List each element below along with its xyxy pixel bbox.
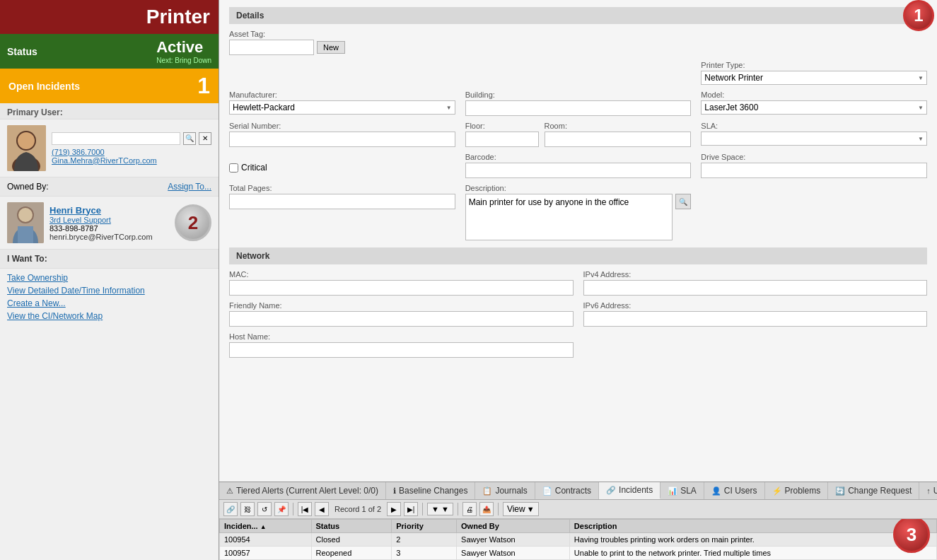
incidents-table: Inciden... ▲ Status Priority Owned By De… <box>219 519 937 560</box>
owner-avatar <box>7 202 44 243</box>
action-view-datetime[interactable]: View Detailed Date/Time Information <box>7 286 211 296</box>
link-btn[interactable]: 🔗 <box>223 502 238 516</box>
new-button[interactable]: New <box>317 41 345 54</box>
ipv6-field: IPv6 Address: 0:0:0:0:0:ffff:a0a:20a <box>583 301 928 327</box>
model-label: Model: <box>701 91 927 99</box>
svg-point-3 <box>18 132 35 149</box>
tab-upstream-cis[interactable]: ↑Upstream CIs <box>919 482 937 499</box>
unlink-btn[interactable]: ⛓ <box>240 502 255 516</box>
tab-change-request[interactable]: 🔄Change Request <box>828 482 919 499</box>
ipv6-input[interactable]: 0:0:0:0:0:ffff:a0a:20a <box>583 311 928 327</box>
cell-description: Unable to print to the network printer. … <box>569 547 936 560</box>
svg-point-6 <box>18 208 33 222</box>
tab-baseline-changes[interactable]: ℹBaseline Changes <box>386 482 475 499</box>
sla-label: SLA: <box>701 122 927 130</box>
table-row[interactable]: 100954 Closed 2 Sawyer Watson Having tro… <box>220 533 937 547</box>
user-name-input[interactable]: Gina Mehra <box>52 132 180 145</box>
last-btn[interactable]: ▶| <box>404 502 418 516</box>
details-header: Details 1 <box>229 7 927 24</box>
user-info: Gina Mehra 🔍 ✕ (719) 386.7000 Gina.Mehra… <box>52 132 211 165</box>
network-form: MAC: 9D:02:04:84:4F:40 IPv4 Address: 10.… <box>229 270 927 358</box>
export-btn[interactable]: 📤 <box>479 502 494 516</box>
tab-journals[interactable]: 📋Journals <box>475 482 535 499</box>
owner-info: Henri Bryce 3rd Level Support 833-898-87… <box>50 205 169 241</box>
total-pages-input[interactable]: 125,000 <box>229 194 455 209</box>
user-clear-btn[interactable]: ✕ <box>199 132 211 145</box>
printer-type-field: Printer Type: Network Printer <box>701 61 927 85</box>
room-input[interactable]: Conference <box>545 132 692 147</box>
owner-section: Henri Bryce 3rd Level Support 833-898-87… <box>0 197 219 250</box>
owner-phone: 833-898-8787 <box>50 224 169 233</box>
col-status[interactable]: Status <box>311 520 392 533</box>
printer-type-select[interactable]: Network Printer <box>701 71 927 85</box>
separator-1 <box>293 503 293 515</box>
owner-level[interactable]: 3rd Level Support <box>50 216 169 224</box>
friendly-name-input[interactable]: main-printer <box>229 311 574 327</box>
ipv4-input[interactable]: 10.10.2.10 <box>583 280 928 296</box>
barcode-input[interactable]: TX4150 <box>465 163 692 178</box>
refresh-btn[interactable]: ↺ <box>257 502 272 516</box>
tab-contracts[interactable]: 📄Contracts <box>535 482 599 499</box>
floor-room-group: Floor: 2 Room: Conference <box>465 122 692 147</box>
ipv4-label: IPv4 Address: <box>583 270 928 279</box>
info-icon: ℹ <box>393 486 396 496</box>
next-btn[interactable]: ▶ <box>387 502 401 516</box>
contract-icon: 📄 <box>542 486 552 496</box>
first-btn[interactable]: |◀ <box>298 502 312 516</box>
prev-btn[interactable]: ◀ <box>315 502 329 516</box>
table-header-row: Inciden... ▲ Status Priority Owned By De… <box>220 520 937 533</box>
col-priority[interactable]: Priority <box>392 520 457 533</box>
journal-icon: 📋 <box>482 486 492 496</box>
col-description[interactable]: Description <box>569 520 936 533</box>
assign-to-link[interactable]: Assign To... <box>168 182 211 192</box>
view-btn[interactable]: View ▼ <box>503 502 539 516</box>
pin-btn[interactable]: 📌 <box>274 502 289 516</box>
svg-rect-7 <box>18 226 33 243</box>
upstream-icon: ↑ <box>926 486 931 495</box>
serial-number-input[interactable]: 193756582526 <box>229 132 455 147</box>
description-field: Description: Main printer for use by any… <box>465 184 692 240</box>
action-take-ownership[interactable]: Take Ownership <box>7 273 211 283</box>
drive-space-field: Drive Space: <box>701 153 927 178</box>
floor-input[interactable]: 2 <box>465 132 539 147</box>
asset-tag-input[interactable]: 4149 <box>229 40 314 55</box>
sla-field: SLA: <box>701 122 927 147</box>
critical-checkbox[interactable] <box>229 163 238 173</box>
owner-name[interactable]: Henri Bryce <box>50 205 169 216</box>
manufacturer-select[interactable]: Hewlett-Packard <box>229 100 455 115</box>
col-incident[interactable]: Inciden... ▲ <box>220 520 312 533</box>
description-expand-btn[interactable]: 🔍 <box>675 194 691 209</box>
serial-number-field: Serial Number: 193756582526 <box>229 122 455 147</box>
model-select[interactable]: LaserJet 3600 <box>701 100 927 115</box>
action-view-cimap[interactable]: View the CI/Network Map <box>7 311 211 321</box>
user-search-btn[interactable]: 🔍 <box>183 132 196 145</box>
description-textarea[interactable]: Main printer for use by anyone in the of… <box>465 194 673 240</box>
printer-type-label: Printer Type: <box>701 61 927 69</box>
status-bar: Status Active Next: Bring Down <box>0 34 219 69</box>
building-input[interactable]: A <box>465 100 692 116</box>
filter-btn[interactable]: ▼ ▼ <box>427 503 453 515</box>
table-row[interactable]: 100957 Reopened 3 Sawyer Watson Unable t… <box>220 547 937 560</box>
barcode-field: Barcode: TX4150 <box>465 153 692 178</box>
user-phone[interactable]: (719) 386.7000 <box>52 148 211 156</box>
tab-problems[interactable]: ⚡Problems <box>765 482 829 499</box>
action-create-new[interactable]: Create a New... <box>7 298 211 308</box>
record-info: Record 1 of 2 <box>334 505 381 513</box>
change-icon: 🔄 <box>835 486 845 496</box>
friendly-name-field: Friendly Name: main-printer <box>229 301 574 327</box>
user-email[interactable]: Gina.Mehra@RiverTCorp.com <box>52 156 211 165</box>
print-btn[interactable]: 🖨 <box>462 502 477 516</box>
tab-sla[interactable]: 📊SLA <box>660 482 704 499</box>
col-owned-by[interactable]: Owned By <box>457 520 570 533</box>
tab-tiered-alerts[interactable]: ⚠Tiered Alerts (Current Alert Level: 0/0… <box>219 482 386 499</box>
building-field: Building: A <box>465 91 692 116</box>
host-name-input[interactable]: main-printer <box>229 342 574 358</box>
incidents-tbody: 100954 Closed 2 Sawyer Watson Having tro… <box>220 533 937 560</box>
sla-select[interactable] <box>701 132 927 146</box>
tab-incidents[interactable]: 🔗Incidents <box>599 482 660 499</box>
owned-by-label: Owned By: <box>7 182 49 192</box>
drive-space-input[interactable] <box>701 163 927 178</box>
mac-input[interactable]: 9D:02:04:84:4F:40 <box>229 280 574 296</box>
tab-ci-users[interactable]: 👤CI Users <box>704 482 765 499</box>
details-form: Asset Tag: 4149 New Printer Type: Networ <box>229 30 927 240</box>
